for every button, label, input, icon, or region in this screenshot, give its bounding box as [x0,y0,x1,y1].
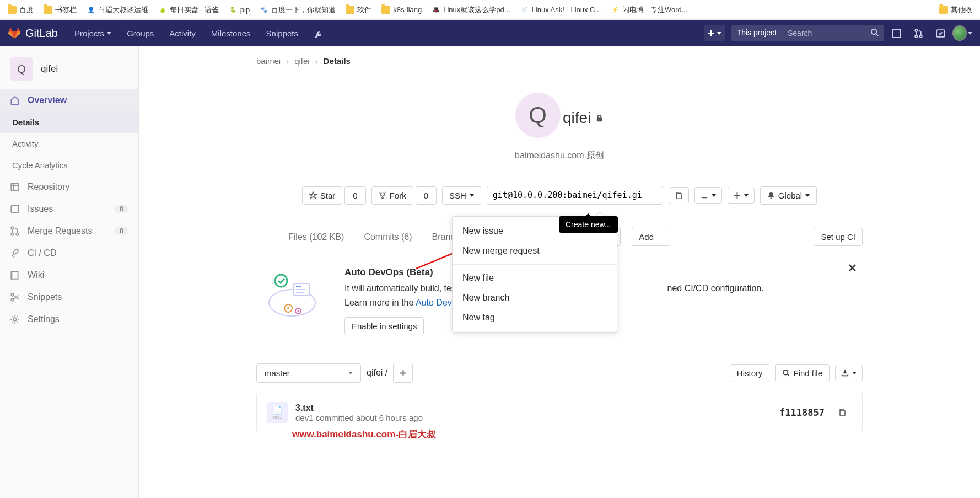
browser-bookmark-bar: 百度 书签栏 👤白眉大叔谈运维 🍐每日实盘 · 语雀 🐍pip 🐾百度一下，你就… [0,0,980,20]
create-new-tooltip: Create new... [559,216,618,233]
download-icon [841,369,849,377]
nav-mr-icon[interactable] [908,24,928,42]
sidebar-item-activity[interactable]: Activity [0,133,138,154]
enable-devops-button[interactable]: Enable in settings [344,317,424,335]
find-file-button[interactable]: Find file [775,364,830,382]
search-button[interactable] [865,25,884,41]
nav-activity[interactable]: Activity [163,23,202,44]
issues-icon [10,204,20,214]
bookmark-other[interactable]: 其他收 [936,3,976,17]
bookmark-linux-book[interactable]: 🎩Linux就该这么学pd... [428,3,513,17]
sidebar-item-cicd[interactable]: CI / CD [0,242,138,264]
bookmark-k8s[interactable]: k8s-liang [378,3,425,16]
bookmark-pip[interactable]: 🐍pip [225,3,253,17]
project-sidebar: Q qifei Overview Details Activity Cycle … [0,46,139,498]
bookmark-baidu[interactable]: 百度 [4,3,37,17]
bookmark-baidu-search[interactable]: 🐾百度一下，你就知道 [256,3,339,17]
chevron-down-icon [717,32,721,37]
download-source-dropdown[interactable] [835,365,863,381]
folder-icon [346,6,354,14]
bookmark-yuque[interactable]: 🍐每日实盘 · 语雀 [155,3,222,17]
commit-sha[interactable]: f1118857 [779,407,825,418]
notifications-dropdown[interactable]: Global [760,186,817,205]
svg-point-13 [11,293,14,296]
rocket-icon [10,248,20,258]
gitlab-logo[interactable]: GitLab [8,27,66,40]
breadcrumb-baimei[interactable]: baimei [256,56,281,66]
star-button[interactable]: Star [302,186,343,205]
sidebar-item-overview[interactable]: Overview [0,89,138,111]
commit-title[interactable]: 3.txt [295,403,423,413]
stat-commits[interactable]: Commits (6) [359,229,416,245]
nav-groups[interactable]: Groups [120,23,160,44]
nav-user-avatar[interactable] [952,24,972,42]
latest-commit: 📄dev1 3.txt dev1 committed about 6 hours… [256,393,863,432]
commit-avatar: 📄dev1 [267,402,288,423]
nav-projects[interactable]: Projects [68,23,118,44]
add-file-button[interactable] [393,363,413,383]
bookmark-linuxask[interactable]: 📄Linux Ask! - Linux C... [517,3,605,17]
svg-point-14 [11,298,14,301]
menu-new-merge-request[interactable]: New merge request [453,241,617,261]
add-license-button[interactable]: Add [632,228,670,246]
repo-icon [10,182,20,192]
nav-milestones[interactable]: Milestones [204,23,257,44]
download-dropdown[interactable] [694,187,722,204]
favicon-icon: 📄 [520,6,529,14]
breadcrumb-qifei[interactable]: qifei [294,56,310,66]
svg-point-2 [871,29,876,34]
search-scope[interactable]: This project [731,25,782,41]
svg-rect-8 [11,183,19,191]
nav-new-dropdown[interactable] [704,25,725,41]
fork-button[interactable]: Fork [371,186,413,205]
folder-icon [381,6,390,14]
menu-new-branch[interactable]: New branch [453,288,617,308]
bookmark-shandian[interactable]: ⚡闪电博 - 专注Word... [607,3,691,17]
chevron-down-icon [852,372,857,377]
sidebar-item-merge-requests[interactable]: Merge Requests 0 [0,220,138,242]
nav-snippets[interactable]: Snippets [260,23,305,44]
clone-protocol-dropdown[interactable]: SSH [442,186,481,205]
devops-illustration [262,267,328,322]
search-input[interactable] [782,25,865,41]
copy-url-button[interactable] [669,187,689,204]
close-callout-button[interactable]: ✕ [848,261,857,275]
sidebar-item-issues[interactable]: Issues 0 [0,198,138,220]
nav-issues-icon[interactable] [886,24,906,42]
sidebar-item-details[interactable]: Details [0,111,138,133]
sidebar-item-repository[interactable]: Repository [0,176,138,198]
nav-admin-wrench[interactable] [307,24,327,42]
fork-count: 0 [416,186,437,205]
svg-point-12 [16,233,19,235]
svg-point-10 [11,227,14,229]
merge-request-icon [914,29,923,38]
chevron-down-icon [470,194,474,199]
home-icon [10,95,20,105]
bookmark-ruanjian[interactable]: 软件 [342,3,375,17]
menu-divider [453,264,617,265]
path-crumb[interactable]: qifei / [367,368,387,378]
create-new-dropdown[interactable] [728,188,755,204]
menu-new-tag[interactable]: New tag [453,308,617,328]
sidebar-item-wiki[interactable]: Wiki [0,264,138,286]
clone-url-input[interactable] [487,186,663,205]
svg-rect-3 [892,29,901,38]
sidebar-item-settings[interactable]: Settings [0,308,138,330]
project-actions-row: Star 0 Fork 0 SSH Global [256,186,863,205]
menu-new-file[interactable]: New file [453,268,617,288]
copy-commit-sha-button[interactable] [832,403,852,422]
favicon-icon: 👤 [87,6,95,14]
bookmark-baimei[interactable]: 👤白眉大叔谈运维 [83,3,152,17]
branch-select[interactable]: master [256,363,361,383]
plus-icon [707,29,715,37]
sidebar-project-header[interactable]: Q qifei [0,52,138,89]
chevron-right-icon: › [315,56,318,66]
bookmark-shuqianlan[interactable]: 书签栏 [40,3,80,17]
sidebar-item-snippets[interactable]: Snippets [0,286,138,308]
nav-todos-icon[interactable] [930,24,950,42]
setup-ci-button[interactable]: Set up CI [814,228,863,246]
svg-point-5 [915,35,917,37]
history-button[interactable]: History [730,364,770,382]
stat-files[interactable]: Files (102 KB) [284,229,348,245]
sidebar-item-cycle-analytics[interactable]: Cycle Analytics [0,154,138,176]
